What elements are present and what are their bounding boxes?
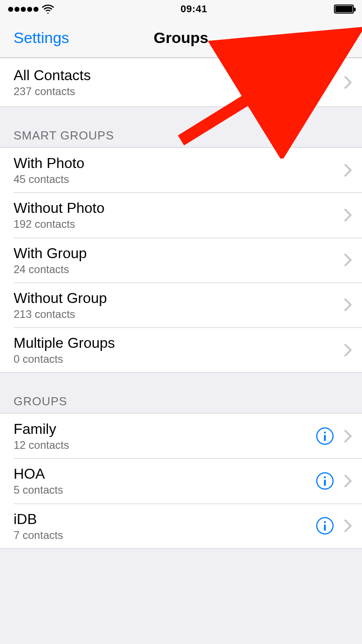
- info-icon: [316, 517, 334, 535]
- smart-group-row[interactable]: Without Photo 192 contacts: [0, 192, 362, 237]
- chevron-right-icon: [344, 163, 352, 177]
- info-icon: [316, 427, 334, 445]
- status-left: [8, 5, 54, 14]
- cell-subtitle: 237 contacts: [14, 84, 338, 98]
- info-button[interactable]: [316, 472, 334, 490]
- cell-subtitle: 7 contacts: [14, 528, 316, 542]
- cell-title: iDB: [14, 510, 316, 528]
- cell-title: With Photo: [14, 154, 338, 172]
- nav-right: Edit: [297, 29, 353, 47]
- status-bar: 09:41: [0, 0, 362, 18]
- groups-header: GROUPS: [0, 373, 362, 413]
- svg-point-9: [324, 521, 326, 523]
- smart-group-row[interactable]: With Photo 45 contacts: [0, 148, 362, 192]
- group-row[interactable]: Family 12 contacts: [0, 413, 362, 458]
- svg-point-6: [324, 476, 326, 478]
- cell-subtitle: 12 contacts: [14, 438, 316, 452]
- cell-text: Without Group 213 contacts: [14, 289, 338, 321]
- cell-title: All Contacts: [14, 66, 338, 84]
- page-title: Groups: [154, 29, 209, 47]
- svg-rect-4: [324, 435, 326, 441]
- battery-icon: [334, 5, 354, 14]
- chevron-right-icon: [344, 253, 352, 267]
- cell-subtitle: 192 contacts: [14, 217, 338, 231]
- info-icon: [316, 472, 334, 490]
- smart-groups-header: SMART GROUPS: [0, 107, 362, 147]
- chevron-right-icon: [344, 474, 352, 488]
- wifi-icon: [42, 5, 54, 14]
- cell-text: HOA 5 contacts: [14, 465, 316, 497]
- signal-strength-icon: [8, 7, 38, 12]
- settings-back-button[interactable]: Settings: [14, 29, 69, 47]
- cell-text: With Group 24 contacts: [14, 244, 338, 276]
- cell-text: All Contacts 237 contacts: [14, 66, 338, 98]
- group-row[interactable]: iDB 7 contacts: [0, 504, 362, 548]
- cell-subtitle: 213 contacts: [14, 307, 338, 321]
- cell-title: With Group: [14, 244, 338, 262]
- cell-subtitle: 5 contacts: [14, 483, 316, 497]
- plus-icon: [337, 30, 353, 46]
- svg-rect-10: [324, 524, 326, 531]
- svg-point-3: [324, 432, 326, 433]
- cell-title: Without Group: [14, 289, 338, 307]
- cell-title: Without Photo: [14, 199, 338, 217]
- groups-list: Family 12 contacts HOA 5 contacts: [0, 413, 362, 549]
- chevron-right-icon: [344, 343, 352, 357]
- group-row[interactable]: HOA 5 contacts: [0, 458, 362, 503]
- info-button[interactable]: [316, 427, 334, 445]
- nav-bar: Settings Groups Edit: [0, 18, 362, 58]
- smart-group-row[interactable]: Multiple Groups 0 contacts: [0, 327, 362, 372]
- cell-subtitle: 24 contacts: [14, 262, 338, 276]
- chevron-right-icon: [344, 208, 352, 222]
- status-right: [334, 5, 354, 14]
- svg-rect-7: [324, 480, 326, 486]
- cell-title: Multiple Groups: [14, 334, 338, 352]
- cell-text: Multiple Groups 0 contacts: [14, 334, 338, 366]
- cell-subtitle: 0 contacts: [14, 352, 338, 366]
- all-contacts-row[interactable]: All Contacts 237 contacts: [0, 58, 362, 107]
- cell-title: HOA: [14, 465, 316, 483]
- cell-text: With Photo 45 contacts: [14, 154, 338, 186]
- cell-text: Family 12 contacts: [14, 420, 316, 452]
- status-time: 09:41: [181, 3, 207, 15]
- chevron-right-icon: [344, 519, 352, 533]
- smart-groups-list: With Photo 45 contacts Without Photo 192…: [0, 147, 362, 373]
- cell-text: iDB 7 contacts: [14, 510, 316, 542]
- chevron-right-icon: [344, 76, 352, 89]
- smart-group-row[interactable]: With Group 24 contacts: [0, 238, 362, 283]
- add-button[interactable]: [337, 30, 353, 46]
- info-button[interactable]: [316, 517, 334, 535]
- smart-group-row[interactable]: Without Group 213 contacts: [0, 283, 362, 327]
- chevron-right-icon: [344, 298, 352, 312]
- edit-button[interactable]: Edit: [297, 29, 324, 47]
- cell-title: Family: [14, 420, 316, 438]
- cell-subtitle: 45 contacts: [14, 172, 338, 186]
- chevron-right-icon: [344, 429, 352, 443]
- cell-text: Without Photo 192 contacts: [14, 199, 338, 231]
